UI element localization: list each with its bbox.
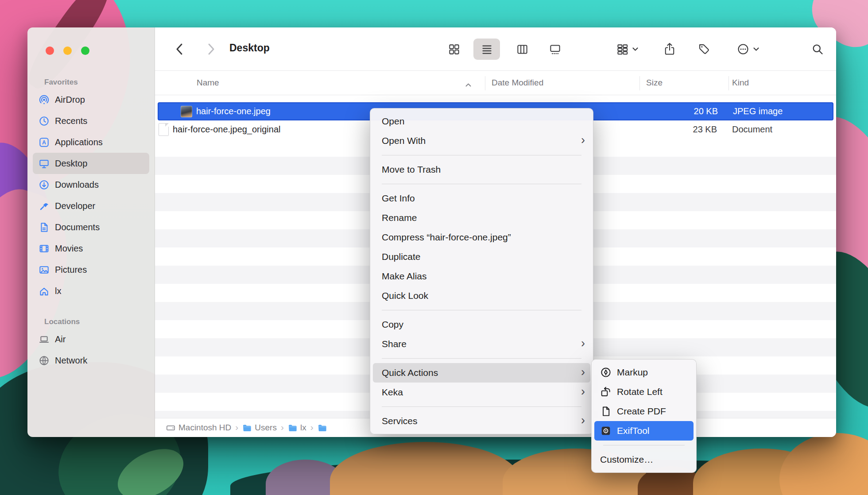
menu-divider bbox=[382, 358, 581, 359]
tag-button[interactable] bbox=[694, 40, 714, 58]
sidebar-item-airdrop[interactable]: AirDrop bbox=[33, 89, 149, 110]
menu-item-compress[interactable]: Compress “hair-force-one.jpeg” bbox=[373, 228, 590, 247]
submenu-item-customize[interactable]: Customize… bbox=[594, 450, 694, 469]
minimize-window-button[interactable] bbox=[63, 46, 72, 55]
column-header-kind[interactable]: Kind bbox=[732, 78, 749, 88]
rotate-left-icon bbox=[600, 387, 612, 397]
sidebar-item-recents[interactable]: Recents bbox=[33, 110, 149, 131]
sidebar-item-label: Air bbox=[55, 334, 66, 344]
menu-divider bbox=[603, 445, 685, 445]
menu-item-label: Quick Look bbox=[382, 290, 428, 301]
path-separator: › bbox=[310, 422, 314, 433]
window-title: Desktop bbox=[229, 42, 270, 54]
menu-item-get-info[interactable]: Get Info bbox=[373, 189, 590, 208]
submenu-item-label: ExifTool bbox=[617, 425, 650, 436]
menu-item-open[interactable]: Open bbox=[373, 112, 590, 131]
sidebar-item-label: Developer bbox=[55, 201, 95, 211]
sidebar-section-title-favorites: Favorites bbox=[44, 78, 155, 87]
sidebar-item-label: Documents bbox=[55, 222, 100, 232]
path-item-macintosh-hd[interactable]: Macintosh HD bbox=[166, 423, 231, 433]
sidebar-item-label: Pictures bbox=[55, 265, 87, 275]
search-button[interactable] bbox=[808, 40, 827, 58]
sidebar-item-pictures[interactable]: Pictures bbox=[33, 259, 149, 280]
menu-divider bbox=[382, 406, 581, 407]
submenu-item-markup[interactable]: Markup bbox=[594, 363, 694, 382]
sidebar-item-downloads[interactable]: Downloads bbox=[33, 174, 149, 195]
drive-icon bbox=[166, 423, 175, 433]
list-view-button[interactable] bbox=[473, 39, 500, 60]
submenu-item-label: Rotate Left bbox=[617, 387, 663, 397]
back-button[interactable] bbox=[172, 41, 187, 57]
column-header-size[interactable]: Size bbox=[646, 78, 663, 88]
zoom-window-button[interactable] bbox=[81, 46, 89, 55]
photo-icon bbox=[38, 265, 50, 275]
menu-item-label: Open bbox=[382, 116, 404, 127]
sidebar-item-air[interactable]: Air bbox=[33, 329, 149, 350]
sidebar-item-documents[interactable]: Documents bbox=[33, 217, 149, 238]
path-separator: › bbox=[281, 422, 284, 433]
column-header-date-modified[interactable]: Date Modified bbox=[492, 78, 543, 88]
menu-item-keka[interactable]: Keka › bbox=[373, 383, 590, 402]
sidebar-item-label: Recents bbox=[55, 116, 87, 126]
clock-icon bbox=[38, 116, 50, 126]
more-actions-button[interactable] bbox=[730, 40, 766, 58]
context-menu: Open Open With › Move to Trash Get Info … bbox=[370, 108, 593, 434]
sidebar-item-developer[interactable]: Developer bbox=[33, 195, 149, 217]
submenu-item-rotate-left[interactable]: Rotate Left bbox=[594, 382, 694, 402]
group-button[interactable] bbox=[609, 41, 646, 58]
sidebar-item-applications[interactable]: A Applications bbox=[33, 131, 149, 153]
menu-item-services[interactable]: Services › bbox=[373, 411, 590, 431]
toolbar: Desktop bbox=[155, 27, 836, 70]
exiftool-icon bbox=[600, 425, 612, 436]
laptop-icon bbox=[38, 334, 50, 344]
sidebar-item-label: Desktop bbox=[55, 159, 87, 169]
menu-item-label: Rename bbox=[382, 213, 417, 223]
column-divider[interactable] bbox=[728, 76, 729, 90]
sidebar-item-label: AirDrop bbox=[55, 95, 85, 105]
menu-item-duplicate[interactable]: Duplicate bbox=[373, 247, 590, 267]
path-separator: › bbox=[235, 422, 238, 433]
menu-item-quick-look[interactable]: Quick Look bbox=[373, 286, 590, 306]
menu-item-rename[interactable]: Rename bbox=[373, 208, 590, 228]
sidebar-item-network[interactable]: Network bbox=[33, 350, 149, 371]
menu-item-share[interactable]: Share › bbox=[373, 334, 590, 354]
sidebar-item-label: Network bbox=[55, 356, 87, 366]
sidebar-item-home-lx[interactable]: lx bbox=[33, 280, 149, 302]
file-name: hair-force-one.jpeg_original bbox=[173, 124, 280, 135]
applications-icon: A bbox=[38, 137, 50, 147]
menu-divider bbox=[382, 310, 581, 310]
hammer-icon bbox=[38, 201, 50, 211]
file-name: hair-force-one.jpeg bbox=[196, 106, 271, 116]
close-window-button[interactable] bbox=[46, 46, 54, 55]
wallpaper-shape bbox=[779, 433, 868, 495]
column-divider[interactable] bbox=[639, 76, 640, 90]
submenu-item-exiftool[interactable]: ExifTool bbox=[594, 421, 694, 441]
menu-divider bbox=[382, 184, 581, 184]
submenu-item-create-pdf[interactable]: Create PDF bbox=[594, 402, 694, 421]
sidebar-item-movies[interactable]: Movies bbox=[33, 238, 149, 259]
svg-text:A: A bbox=[42, 139, 46, 146]
menu-item-open-with[interactable]: Open With › bbox=[373, 131, 590, 151]
sidebar-item-desktop[interactable]: Desktop bbox=[33, 153, 149, 174]
menu-item-label: Copy bbox=[382, 319, 403, 330]
path-item-users[interactable]: Users bbox=[242, 423, 277, 433]
column-header-name[interactable]: Name bbox=[197, 78, 219, 88]
path-item-lx[interactable]: lx bbox=[288, 423, 306, 433]
file-kind: Document bbox=[732, 124, 772, 135]
path-item-truncated-folder[interactable] bbox=[318, 423, 327, 433]
menu-item-move-to-trash[interactable]: Move to Trash bbox=[373, 160, 590, 179]
folder-icon bbox=[242, 423, 252, 433]
menu-item-make-alias[interactable]: Make Alias bbox=[373, 267, 590, 286]
forward-button[interactable] bbox=[204, 41, 219, 57]
column-view-button[interactable] bbox=[509, 39, 535, 60]
share-button[interactable] bbox=[660, 40, 679, 58]
icon-view-button[interactable] bbox=[441, 39, 467, 60]
column-divider[interactable] bbox=[485, 76, 485, 90]
file-size: 20 KB bbox=[640, 106, 718, 116]
menu-item-quick-actions[interactable]: Quick Actions › bbox=[373, 363, 590, 383]
folder-icon bbox=[318, 423, 327, 433]
menu-item-copy[interactable]: Copy bbox=[373, 315, 590, 334]
wallpaper-shape bbox=[330, 442, 520, 495]
gallery-view-button[interactable] bbox=[542, 39, 568, 60]
document-file-icon bbox=[159, 123, 169, 136]
